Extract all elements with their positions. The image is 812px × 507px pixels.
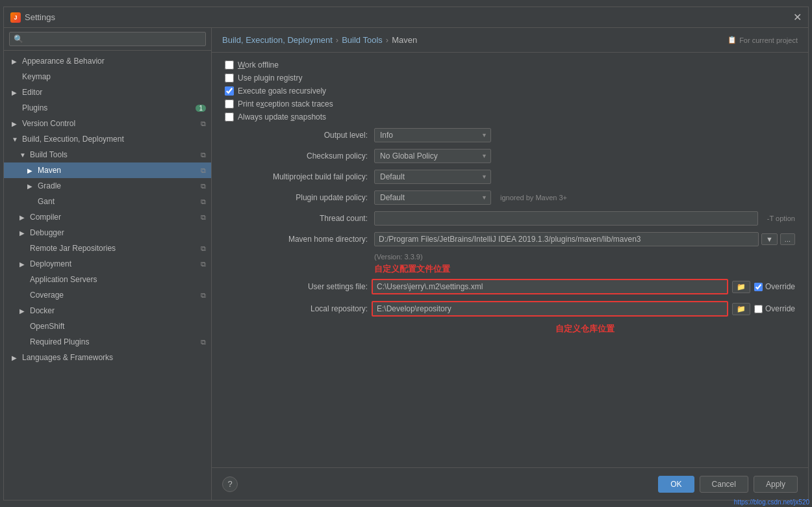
apply-button[interactable]: Apply <box>754 476 798 493</box>
watermark: https://blog.csdn.net/jx520 <box>734 499 809 506</box>
sidebar-item-build-exec-deploy[interactable]: ▼ Build, Execution, Deployment <box>4 131 211 147</box>
search-box <box>4 28 211 51</box>
settings-dialog: J Settings ✕ ▶ Appearance & Behavior Key… <box>3 6 809 500</box>
breadcrumb-part1[interactable]: Build, Execution, Deployment <box>222 35 333 45</box>
local-repo-input[interactable] <box>372 301 728 317</box>
maven-home-input[interactable] <box>374 232 759 246</box>
sidebar-item-remote-jar[interactable]: Remote Jar Repositories ⧉ <box>4 240 211 256</box>
sidebar-item-gradle[interactable]: ▶ Gradle ⧉ <box>4 178 211 194</box>
always-update-checkbox[interactable] <box>225 112 234 122</box>
sidebar-item-label: Required Plugins <box>30 337 198 346</box>
sidebar-item-label: Editor <box>22 88 206 97</box>
copy-icon: ⧉ <box>201 338 206 346</box>
close-button[interactable]: ✕ <box>793 12 802 23</box>
user-settings-browse-btn[interactable]: 📁 <box>732 281 750 293</box>
sidebar-item-deployment[interactable]: ▶ Deployment ⧉ <box>4 256 211 272</box>
thread-count-input[interactable] <box>374 211 758 226</box>
sidebar-item-keymap[interactable]: Keymap <box>4 69 211 84</box>
output-level-select-wrapper: Info Debug Quiet <box>374 128 491 142</box>
local-repo-override-checkbox[interactable] <box>754 305 763 313</box>
expand-icon: ▶ <box>12 58 19 65</box>
sidebar-item-appearance[interactable]: ▶ Appearance & Behavior <box>4 53 211 69</box>
tree: ▶ Appearance & Behavior Keymap ▶ Editor … <box>4 51 211 500</box>
help-button[interactable]: ? <box>222 476 238 492</box>
checksum-policy-select-wrapper: No Global Policy Warn Fail Ignore <box>374 149 491 163</box>
expand-icon: ▶ <box>19 214 27 221</box>
work-offline-label: Work offline <box>238 60 279 70</box>
sidebar-item-build-tools[interactable]: ▼ Build Tools ⧉ <box>4 147 211 162</box>
copy-icon: ⧉ <box>201 260 206 268</box>
expand-icon: ▶ <box>12 89 19 96</box>
sidebar-item-label: Compiler <box>30 213 198 222</box>
local-repo-browse-btn[interactable]: 📁 <box>732 303 750 315</box>
sidebar-item-languages[interactable]: ▶ Languages & Frameworks <box>4 350 211 365</box>
sidebar-item-version-control[interactable]: ▶ Version Control ⧉ <box>4 116 211 131</box>
sidebar-item-maven[interactable]: ▶ Maven ⧉ <box>4 162 211 178</box>
local-repo-row: Local repository: 📁 Override <box>225 301 795 317</box>
sidebar-item-required-plugins[interactable]: Required Plugins ⧉ <box>4 334 211 350</box>
use-plugin-registry-label: Use plugin registry <box>238 73 302 83</box>
sidebar-item-app-servers[interactable]: Application Servers <box>4 272 211 287</box>
maven-home-browse-btn[interactable]: ... <box>780 233 795 245</box>
sidebar-item-label: Appearance & Behavior <box>22 57 206 66</box>
print-exception-checkbox[interactable] <box>225 99 234 109</box>
sidebar-item-openshift[interactable]: OpenShift <box>4 318 211 334</box>
user-settings-override-checkbox[interactable] <box>754 283 763 291</box>
user-settings-input[interactable] <box>372 279 728 294</box>
work-offline-checkbox[interactable] <box>225 60 234 70</box>
local-repo-override-label: Override <box>765 304 795 313</box>
plugin-update-label: Plugin update policy: <box>225 193 368 202</box>
breadcrumb-project: 📋 For current project <box>728 36 798 44</box>
execute-goals-checkbox[interactable] <box>225 86 234 96</box>
breadcrumb-sep1: › <box>336 35 338 45</box>
copy-icon: ⧉ <box>201 120 206 128</box>
use-plugin-registry-checkbox[interactable] <box>225 73 234 83</box>
copy-icon: ⧉ <box>201 166 206 175</box>
expand-icon: ▶ <box>19 307 27 315</box>
cancel-button[interactable]: Cancel <box>700 476 748 493</box>
multiproject-row: Multiproject build fail policy: Default … <box>225 170 795 184</box>
sidebar-item-label: Docker <box>30 306 206 315</box>
breadcrumb-part2[interactable]: Build Tools <box>342 35 383 45</box>
sidebar-item-gant[interactable]: Gant ⧉ <box>4 194 211 209</box>
copy-icon: ⧉ <box>201 198 206 206</box>
app-icon: J <box>10 12 21 23</box>
breadcrumb: Build, Execution, Deployment › Build Too… <box>212 28 808 53</box>
search-input[interactable] <box>9 32 206 46</box>
dialog-title: Settings <box>25 12 55 22</box>
checkboxes-section: Work offline Use plugin registry Execute… <box>225 60 795 122</box>
annotation-config: 自定义配置文件位置 <box>374 263 795 275</box>
local-repo-override: Override <box>754 304 795 313</box>
sidebar-item-compiler[interactable]: ▶ Compiler ⧉ <box>4 209 211 225</box>
sidebar-item-label: Plugins <box>22 103 193 112</box>
plugin-update-select[interactable]: Default Force Never <box>374 190 491 205</box>
sidebar: ▶ Appearance & Behavior Keymap ▶ Editor … <box>4 28 212 500</box>
output-level-select[interactable]: Info Debug Quiet <box>374 128 491 142</box>
sidebar-item-label: Build, Execution, Deployment <box>22 135 206 144</box>
sidebar-item-editor[interactable]: ▶ Editor <box>4 84 211 100</box>
sidebar-item-label: Debugger <box>30 228 206 237</box>
checkbox-always-update: Always update snapshots <box>225 112 795 122</box>
sidebar-item-debugger[interactable]: ▶ Debugger <box>4 225 211 240</box>
local-repo-label: Local repository: <box>225 304 368 313</box>
sidebar-item-docker[interactable]: ▶ Docker <box>4 303 211 318</box>
thread-count-note: -T option <box>767 214 795 222</box>
expand-icon: ▶ <box>19 261 27 268</box>
maven-home-dropdown-btn[interactable]: ▼ <box>761 233 778 245</box>
maven-home-label: Maven home directory: <box>225 235 368 244</box>
execute-goals-label: Execute goals recursively <box>238 86 326 96</box>
expand-icon: ▶ <box>27 183 35 190</box>
thread-count-label: Thread count: <box>225 214 368 223</box>
plugin-update-row: Plugin update policy: Default Force Neve… <box>225 190 795 205</box>
sidebar-item-plugins[interactable]: Plugins 1 <box>4 100 211 116</box>
checksum-policy-select[interactable]: No Global Policy Warn Fail Ignore <box>374 149 491 163</box>
plugins-badge: 1 <box>196 105 206 112</box>
bottom-bar: ? OK Cancel Apply <box>212 467 808 500</box>
sidebar-item-coverage[interactable]: Coverage ⧉ <box>4 287 211 303</box>
plugin-update-note: ignored by Maven 3+ <box>500 194 567 202</box>
output-level-row: Output level: Info Debug Quiet <box>225 128 795 142</box>
ok-button[interactable]: OK <box>658 476 694 493</box>
multiproject-select[interactable]: Default Always Never AtEnd <box>374 170 491 184</box>
maven-home-row: Maven home directory: ▼ ... <box>225 232 795 246</box>
copy-icon: ⧉ <box>201 182 206 190</box>
